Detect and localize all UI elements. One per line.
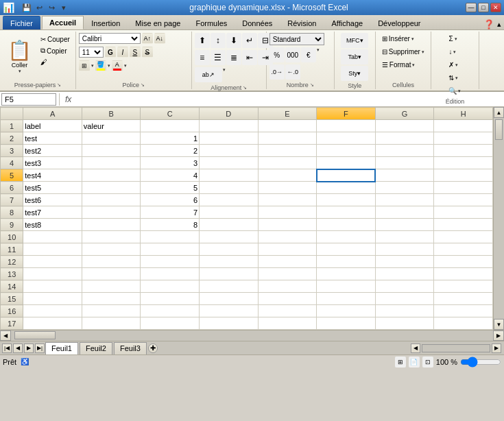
cell-D11[interactable] [200,243,259,256]
font-size-selector[interactable]: 11 [79,47,104,58]
cell-A13[interactable] [23,268,82,280]
cell-F9[interactable] [317,219,376,231]
decrease-indent-btn[interactable]: ⇤ [242,50,257,65]
clear-btn[interactable]: ✗ ▾ [445,59,464,71]
scroll-track-v[interactable] [494,118,504,319]
clipboard-expand[interactable]: ↘ [57,82,61,88]
format-btn[interactable]: ☰ Format ▾ [379,59,428,71]
cell-D7[interactable] [200,194,259,206]
cell-D14[interactable] [200,280,259,293]
col-header-B[interactable]: B [82,108,141,120]
currency-dropdown[interactable]: ▾ [317,47,320,62]
row-header-2[interactable]: 2 [1,132,23,145]
cell-B2[interactable] [82,132,141,145]
new-sheet-btn[interactable]: ✚ [148,344,158,353]
cell-H9[interactable] [434,219,493,231]
cell-B12[interactable] [82,256,141,268]
tab-affichage[interactable]: Affichage [324,16,370,29]
fill-btn[interactable]: ↓ ▾ [445,46,464,58]
cell-B5[interactable] [82,169,141,182]
insert-dropdown[interactable]: ▾ [411,36,414,42]
cell-H14[interactable] [434,280,493,293]
scroll-right-btn[interactable]: ▶ [493,330,504,341]
cell-A11[interactable] [23,243,82,256]
cell-F3[interactable] [317,145,376,157]
format-table-btn[interactable]: Tab▾ [341,49,368,64]
minimize-ribbon-icon[interactable]: ▴ [497,20,501,29]
decrease-font-btn[interactable]: A↓ [154,33,165,44]
cell-F1[interactable] [317,120,376,132]
bold-button[interactable]: G [105,47,116,58]
fill-dropdown[interactable]: ▾ [453,49,456,55]
col-header-H[interactable]: H [434,108,493,120]
cell-G2[interactable] [375,132,434,145]
sheet-tab-feuil3[interactable]: Feuil3 [114,342,147,354]
cell-C13[interactable] [141,268,200,280]
cell-G6[interactable] [375,182,434,194]
cell-B15[interactable] [82,293,141,305]
cell-F6[interactable] [317,182,376,194]
scroll-track-h[interactable] [11,330,493,341]
cell-F16[interactable] [317,305,376,317]
increase-font-btn[interactable]: A↑ [142,33,153,44]
cell-H15[interactable] [434,293,493,305]
cell-F14[interactable] [317,280,376,293]
cell-F12[interactable] [317,256,376,268]
nombre-expand[interactable]: ↘ [310,82,314,88]
cell-C16[interactable] [141,305,200,317]
scroll-down-btn[interactable]: ▼ [494,319,504,330]
cell-C10[interactable] [141,231,200,243]
find-dropdown[interactable]: ▾ [458,88,461,94]
row-header-14[interactable]: 14 [1,280,23,293]
cell-G14[interactable] [375,280,434,293]
cell-E12[interactable] [258,256,317,268]
sheet-scroll-left[interactable]: ◀ [411,344,420,353]
cell-H11[interactable] [434,243,493,256]
cell-C11[interactable] [141,243,200,256]
close-btn[interactable]: ✕ [490,3,501,12]
col-header-E[interactable]: E [258,108,317,120]
undo-quick-btn[interactable]: ↩ [34,2,45,13]
cell-F2[interactable] [317,132,376,145]
row-header-7[interactable]: 7 [1,194,23,206]
sheet-nav-last[interactable]: ▶| [35,344,45,353]
cell-F13[interactable] [317,268,376,280]
help-icon[interactable]: ❓ [483,19,494,29]
cut-button[interactable]: ✂ Couper [38,34,73,45]
cell-D16[interactable] [200,305,259,317]
cell-C1[interactable] [141,120,200,132]
sheet-nav-prev[interactable]: ◀ [13,344,23,353]
clear-dropdown[interactable]: ▾ [455,62,458,68]
col-header-C[interactable]: C [141,108,200,120]
cell-G11[interactable] [375,243,434,256]
cell-H13[interactable] [434,268,493,280]
row-header-9[interactable]: 9 [1,219,23,231]
cell-A4[interactable]: test3 [23,157,82,169]
cell-B13[interactable] [82,268,141,280]
sum-btn[interactable]: Σ ▾ [445,33,464,45]
cell-G7[interactable] [375,194,434,206]
cell-E7[interactable] [258,194,317,206]
cell-E5[interactable] [258,169,317,182]
row-header-10[interactable]: 10 [1,231,23,243]
cell-D1[interactable] [200,120,259,132]
delete-btn[interactable]: ⊟ Supprimer ▾ [379,46,428,58]
cell-F11[interactable] [317,243,376,256]
cell-B7[interactable] [82,194,141,206]
sheet-tab-feuil2[interactable]: Feuil2 [80,342,112,354]
tab-fichier[interactable]: Fichier [3,16,40,29]
cell-D5[interactable] [200,169,259,182]
underline-button[interactable]: S [130,47,141,58]
cell-F8[interactable] [317,206,376,219]
scroll-thumb-h[interactable] [14,331,56,339]
scroll-thumb-v[interactable] [495,119,503,140]
cell-C15[interactable] [141,293,200,305]
zoom-slider[interactable] [460,358,501,366]
cell-F10[interactable] [317,231,376,243]
cell-A8[interactable]: test7 [23,206,82,219]
col-header-F[interactable]: F [317,108,376,120]
cell-B11[interactable] [82,243,141,256]
minimize-btn[interactable]: — [466,3,477,12]
fill-color-button[interactable]: 🪣 [95,60,106,71]
cell-H6[interactable] [434,182,493,194]
